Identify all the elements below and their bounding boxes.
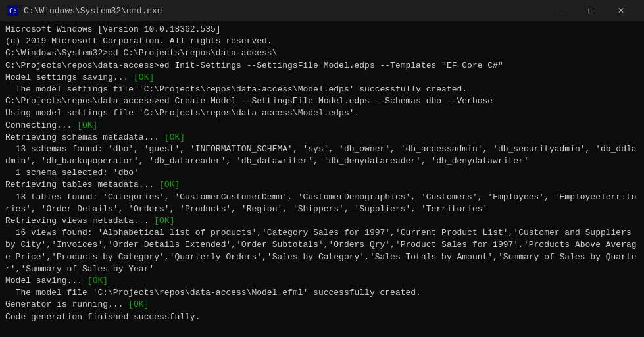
maximize-button[interactable]: □ [576,0,606,21]
console-line: Connecting... [OK] [5,120,639,132]
console-output: Microsoft Windows [Version 10.0.18362.53… [0,21,644,337]
console-line: Model settings saving... [OK] [5,72,639,84]
window-controls: ─ □ ✕ [545,0,636,21]
console-line: C:\Windows\System32>cd C:\Projects\repos… [5,47,639,59]
title-bar-left: C:\ C:\Windows\System32\cmd.exe [8,5,162,16]
console-line: C:\Projects\repos\data-access>ed Init-Se… [5,60,639,72]
console-line: The model file 'C:\Projects\repos\data-a… [5,287,639,299]
console-line: Retrieving schemas metadata... [OK] [5,132,639,143]
cmd-icon: C:\ [8,5,18,16]
console-line: 13 tables found: 'Categories', 'Customer… [5,192,639,215]
console-line: 1 schema selected: 'dbo' [5,167,639,179]
minimize-button[interactable]: ─ [545,0,576,21]
console-line: Retrieving tables metadata... [OK] [5,179,639,191]
window-title: C:\Windows\System32\cmd.exe [24,6,162,16]
console-line: 13 schemas found: 'dbo', 'guest', 'INFOR… [5,143,639,167]
close-button[interactable]: ✕ [606,0,636,21]
console-line: Microsoft Windows [Version 10.0.18362.53… [5,24,639,36]
console-line: C:\Projects\repos\data-access>ed Create-… [5,95,639,107]
console-line: (c) 2019 Microsoft Corporation. All righ… [5,36,639,47]
console-line: The model settings file 'C:\Projects\rep… [5,84,639,95]
title-bar: C:\ C:\Windows\System32\cmd.exe ─ □ ✕ [0,0,644,21]
console-line: Generator is running... [OK] [5,299,639,311]
console-line: 16 views found: 'Alphabetical list of pr… [5,227,639,275]
console-line: Code generation finished successfully. [5,311,639,323]
console-line: Using model settings file 'C:\Projects\r… [5,107,639,119]
cmd-window: C:\ C:\Windows\System32\cmd.exe ─ □ ✕ Mi… [0,0,644,337]
svg-text:C:\: C:\ [9,7,18,14]
console-line: Retrieving views metadata... [OK] [5,215,639,227]
console-line: Model saving... [OK] [5,275,639,287]
